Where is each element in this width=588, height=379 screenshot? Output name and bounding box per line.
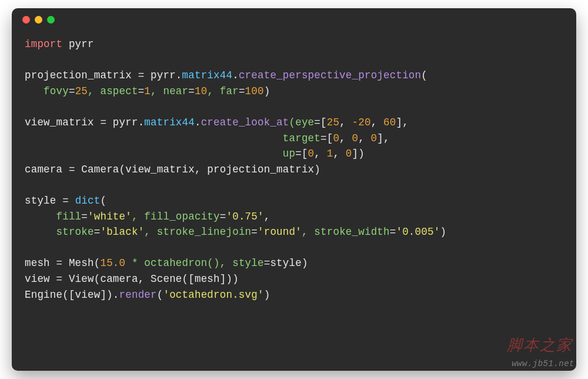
module-name: pyrr	[69, 38, 94, 50]
maximize-icon[interactable]	[47, 16, 55, 24]
var-mesh: mesh	[25, 257, 56, 269]
fn-create-look-at: create_look_at	[201, 117, 289, 128]
var-view: view	[25, 273, 56, 285]
code-block: import pyrr projection_matrix = pyrr.mat…	[12, 31, 576, 313]
window-titlebar	[12, 8, 576, 31]
keyword-import: import	[25, 38, 62, 50]
var-style: style	[25, 195, 62, 207]
fn-create-perspective: create_perspective_projection	[239, 69, 421, 81]
fn-render: render	[119, 289, 157, 301]
fn-dict: dict	[75, 195, 101, 207]
minimize-icon[interactable]	[35, 16, 42, 24]
code-window: import pyrr projection_matrix = pyrr.mat…	[12, 8, 576, 371]
var-camera: camera	[25, 164, 69, 175]
var-projection-matrix: projection_matrix	[25, 69, 138, 81]
close-icon[interactable]	[22, 16, 30, 24]
var-view-matrix: view_matrix	[25, 117, 100, 128]
